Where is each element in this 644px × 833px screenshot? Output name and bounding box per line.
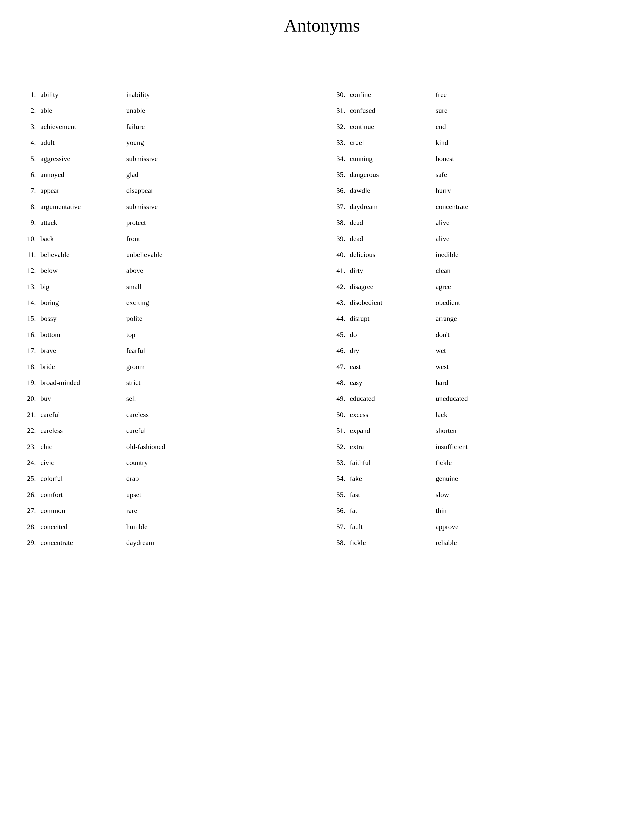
word: believable	[40, 249, 126, 260]
row-number: 18.	[20, 361, 40, 372]
table-row: 30.confinefree	[330, 87, 624, 103]
row-number: 55.	[330, 489, 350, 500]
word: dangerous	[350, 169, 436, 180]
word: common	[40, 505, 126, 516]
word: continue	[350, 121, 436, 132]
antonym: young	[126, 137, 144, 148]
antonym: rare	[126, 505, 137, 516]
word: boring	[40, 297, 126, 308]
antonym: honest	[436, 153, 454, 164]
row-number: 27.	[20, 505, 40, 516]
antonym: careless	[126, 409, 149, 420]
table-row: 18.bridegroom	[20, 359, 314, 375]
antonym: top	[126, 329, 135, 340]
antonym: unable	[126, 105, 145, 116]
table-row: 47.eastwest	[330, 359, 624, 375]
antonym: thin	[436, 505, 447, 516]
table-row: 21.carefulcareless	[20, 407, 314, 423]
word: appear	[40, 185, 126, 196]
word: daydream	[350, 201, 436, 212]
word: disrupt	[350, 313, 436, 324]
row-number: 25.	[20, 473, 40, 484]
table-row: 53.faithfulfickle	[330, 455, 624, 471]
row-number: 8.	[20, 201, 40, 212]
row-number: 57.	[330, 521, 350, 532]
word: fault	[350, 521, 436, 532]
word: dead	[350, 233, 436, 244]
table-row: 9.attackprotect	[20, 215, 314, 230]
antonym: unbelievable	[126, 249, 163, 260]
antonym: approve	[436, 521, 458, 532]
word: disagree	[350, 281, 436, 292]
antonym: alive	[436, 217, 449, 228]
table-row: 19.broad-mindedstrict	[20, 375, 314, 391]
table-row: 11.believableunbelievable	[20, 247, 314, 262]
row-number: 13.	[20, 281, 40, 292]
row-number: 33.	[330, 137, 350, 148]
row-number: 20.	[20, 393, 40, 404]
word: bottom	[40, 329, 126, 340]
table-row: 5.aggressivesubmissive	[20, 151, 314, 167]
word: conceited	[40, 521, 126, 532]
row-number: 56.	[330, 505, 350, 516]
row-number: 38.	[330, 217, 350, 228]
antonym: inedible	[436, 249, 458, 260]
table-row: 25.colorfuldrab	[20, 471, 314, 486]
table-row: 4.adultyoung	[20, 135, 314, 150]
word: expand	[350, 425, 436, 436]
row-number: 22.	[20, 425, 40, 436]
row-number: 48.	[330, 377, 350, 388]
row-number: 2.	[20, 105, 40, 116]
word: cruel	[350, 137, 436, 148]
table-row: 24.civiccountry	[20, 455, 314, 471]
antonym: old-fashioned	[126, 441, 165, 452]
table-row: 31.confusedsure	[330, 103, 624, 118]
table-row: 13.bigsmall	[20, 279, 314, 294]
word: brave	[40, 345, 126, 356]
table-row: 39.deadalive	[330, 231, 624, 247]
antonym: upset	[126, 489, 141, 500]
table-row: 42.disagreeagree	[330, 279, 624, 294]
antonym: sell	[126, 393, 136, 404]
table-row: 58.ficklereliable	[330, 535, 624, 550]
antonym: polite	[126, 313, 142, 324]
table-row: 38.deadalive	[330, 215, 624, 230]
antonym: obedient	[436, 297, 460, 308]
row-number: 43.	[330, 297, 350, 308]
antonym: free	[436, 89, 447, 100]
antonym: reliable	[436, 537, 457, 548]
word: dirty	[350, 265, 436, 276]
word: educated	[350, 393, 436, 404]
word: concentrate	[40, 537, 126, 548]
table-row: 12.belowabove	[20, 262, 314, 278]
row-number: 17.	[20, 345, 40, 356]
right-column: 30.confinefree31.confusedsure32.continue…	[330, 87, 624, 550]
antonym: kind	[436, 137, 448, 148]
row-number: 11.	[20, 249, 40, 260]
table-row: 36.dawdlehurry	[330, 182, 624, 198]
row-number: 37.	[330, 201, 350, 212]
row-number: 53.	[330, 457, 350, 468]
row-number: 19.	[20, 377, 40, 388]
word: extra	[350, 441, 436, 452]
row-number: 49.	[330, 393, 350, 404]
word: confine	[350, 89, 436, 100]
table-row: 27.commonrare	[20, 503, 314, 518]
row-number: 44.	[330, 313, 350, 324]
table-row: 40.deliciousinedible	[330, 247, 624, 262]
row-number: 41.	[330, 265, 350, 276]
table-row: 37.daydreamconcentrate	[330, 199, 624, 215]
table-row: 20.buysell	[20, 391, 314, 407]
columns-wrapper: 1.abilityinability2.ableunable3.achievem…	[20, 87, 624, 550]
table-row: 10.backfront	[20, 231, 314, 247]
row-number: 1.	[20, 89, 40, 100]
table-row: 35.dangeroussafe	[330, 167, 624, 182]
table-row: 54.fakegenuine	[330, 471, 624, 486]
antonym: arrange	[436, 313, 457, 324]
antonym: failure	[126, 121, 145, 132]
row-number: 4.	[20, 137, 40, 148]
antonym: disappear	[126, 185, 153, 196]
word: civic	[40, 457, 126, 468]
antonym: drab	[126, 473, 139, 484]
row-number: 58.	[330, 537, 350, 548]
